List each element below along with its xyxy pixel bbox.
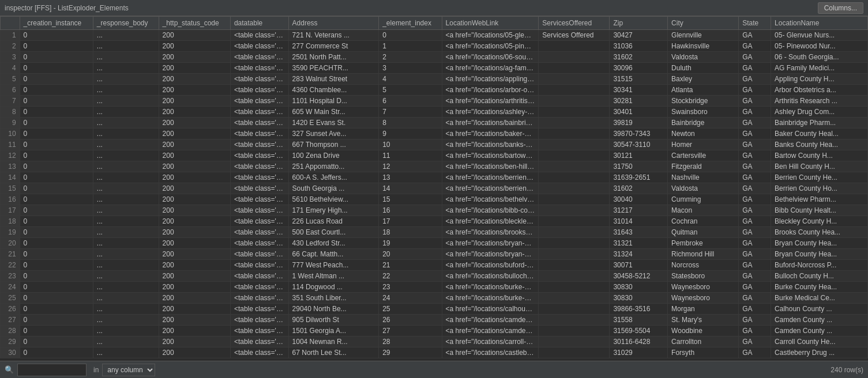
cell-col-11: GA [739, 150, 771, 161]
cell-col-6: 20 [379, 249, 442, 260]
cell-col-4: <table class='c... [230, 227, 288, 238]
cell-col-3: 200 [159, 161, 230, 172]
table-row: 20...200<table class='c...277 Commerce S… [1, 41, 868, 52]
row-count: 240 row(s) [831, 366, 863, 374]
cell-col-4: <table class='c... [230, 293, 288, 304]
cell-col-12: 05- Glenvue Nurs... [771, 30, 868, 41]
col-header-address[interactable]: Address [288, 17, 379, 30]
table-row: 190...200<table class='c...500 East Cour… [1, 227, 868, 238]
col-header-services-offered[interactable]: ServicesOffered [539, 17, 610, 30]
cell-col-10: Statesboro [668, 271, 739, 282]
cell-col-9: 31515 [610, 74, 668, 85]
col-header-state[interactable]: State [739, 17, 771, 30]
col-header-http-status-code[interactable]: _http_status_code [159, 17, 230, 30]
row-number: 4 [1, 63, 20, 74]
cell-col-9: 31602 [610, 52, 668, 63]
cell-col-10: Fitzgerald [668, 161, 739, 172]
table-row: 230...200<table class='c...1 West Altman… [1, 271, 868, 282]
cell-col-10: Hawkinsville [668, 41, 739, 52]
cell-col-1: 0 [20, 227, 93, 238]
cell-col-3: 200 [159, 205, 230, 216]
column-select[interactable]: any column [102, 364, 155, 376]
cell-col-12: Burke Medical Ce... [771, 293, 868, 304]
cell-col-1: 0 [20, 347, 93, 358]
col-header-location-weblink[interactable]: LocationWebLink [442, 17, 539, 30]
cell-col-5: 1101 Hospital D... [288, 96, 379, 107]
col-header-datatable[interactable]: datatable [230, 17, 288, 30]
cell-col-12: Baker County Heal... [771, 128, 868, 139]
cell-col-7: <a href="/locations/camden-c... [442, 315, 539, 326]
cell-col-7: <a href="/locations/bainbridge... [442, 118, 539, 128]
cell-col-3: 200 [159, 304, 230, 315]
cell-col-1: 0 [20, 183, 93, 194]
cell-col-12: Banks County Hea... [771, 139, 868, 150]
col-header-zip[interactable]: Zip [610, 17, 668, 30]
col-header-element-index[interactable]: _element_index [379, 17, 442, 30]
cell-col-7: <a href="/locations/arbor-obs... [442, 85, 539, 96]
cell-col-8 [539, 249, 610, 260]
footer-bar: 🔍 in any column 240 row(s) [0, 361, 868, 378]
col-header-rownum[interactable] [1, 17, 20, 30]
cell-col-7: <a href="/locations/appling-c... [442, 74, 539, 85]
cell-col-8 [539, 85, 610, 96]
cell-col-3: 200 [159, 293, 230, 304]
cell-col-5: 277 Commerce St [288, 41, 379, 52]
row-number: 1 [1, 30, 20, 41]
cell-col-12: Arbor Obstetrics a... [771, 85, 868, 96]
cell-col-5: 351 South Liber... [288, 293, 379, 304]
cell-col-4: <table class='c... [230, 260, 288, 271]
cell-col-2: ... [93, 161, 159, 172]
cell-col-1: 0 [20, 41, 93, 52]
cell-col-4: <table class='c... [230, 107, 288, 118]
cell-col-1: 0 [20, 52, 93, 63]
cell-col-7: <a href="/locations/ashley-dru... [442, 107, 539, 118]
cell-col-12: 05- Pinewood Nur... [771, 41, 868, 52]
cell-col-3: 200 [159, 96, 230, 107]
cell-col-11: GA [739, 326, 771, 337]
cell-col-2: ... [93, 238, 159, 249]
cell-col-11: GA [739, 249, 771, 260]
table-row: 110...200<table class='c...667 Thompson … [1, 139, 868, 150]
col-header-response-body[interactable]: _response_body [93, 17, 159, 30]
cell-col-4: <table class='c... [230, 30, 288, 41]
cell-col-12: Bryan County Hea... [771, 249, 868, 260]
cell-col-8 [539, 337, 610, 347]
cell-col-1: 0 [20, 172, 93, 183]
cell-col-1: 0 [20, 260, 93, 271]
row-number: 6 [1, 85, 20, 96]
table-row: 260...200<table class='c...29040 North B… [1, 304, 868, 315]
cell-col-12: Burke County Hea... [771, 282, 868, 293]
data-table: _creation_instance _response_body _http_… [0, 16, 868, 358]
cell-col-3: 200 [159, 326, 230, 337]
cell-col-6: 11 [379, 150, 442, 161]
cell-col-6: 13 [379, 172, 442, 183]
col-header-creation-instance[interactable]: _creation_instance [20, 17, 93, 30]
col-header-location-name[interactable]: LocationName [771, 17, 868, 30]
table-row: 180...200<table class='c...226 Lucas Roa… [1, 216, 868, 227]
cell-col-11: GA [739, 63, 771, 74]
cell-col-11: GA [739, 347, 771, 358]
row-number: 12 [1, 150, 20, 161]
cell-col-7: <a href="/locations/burke-me... [442, 293, 539, 304]
cell-col-4: <table class='c... [230, 74, 288, 85]
cell-col-11: GA [739, 315, 771, 326]
table-row: 290...200<table class='c...1004 Newnan R… [1, 337, 868, 347]
cell-col-8 [539, 260, 610, 271]
table-row: 10...200<table class='c...721 N. Veteran… [1, 30, 868, 41]
cell-col-11: GA [739, 216, 771, 227]
cell-col-10: Valdosta [668, 52, 739, 63]
cell-col-6: 23 [379, 282, 442, 293]
cell-col-8 [539, 128, 610, 139]
cell-col-11: GA [739, 139, 771, 150]
cell-col-8 [539, 41, 610, 52]
cell-col-8 [539, 326, 610, 337]
col-header-city[interactable]: City [668, 17, 739, 30]
search-input[interactable] [17, 364, 87, 376]
cell-col-7: <a href="/locations/arthritis-re... [442, 96, 539, 107]
columns-button[interactable]: Columns... [818, 2, 863, 14]
cell-col-5: 5610 Bethelview... [288, 194, 379, 205]
cell-col-3: 200 [159, 85, 230, 96]
cell-col-5: 1004 Newnan R... [288, 337, 379, 347]
cell-col-12: Bainbridge Pharm... [771, 118, 868, 128]
cell-col-2: ... [93, 249, 159, 260]
